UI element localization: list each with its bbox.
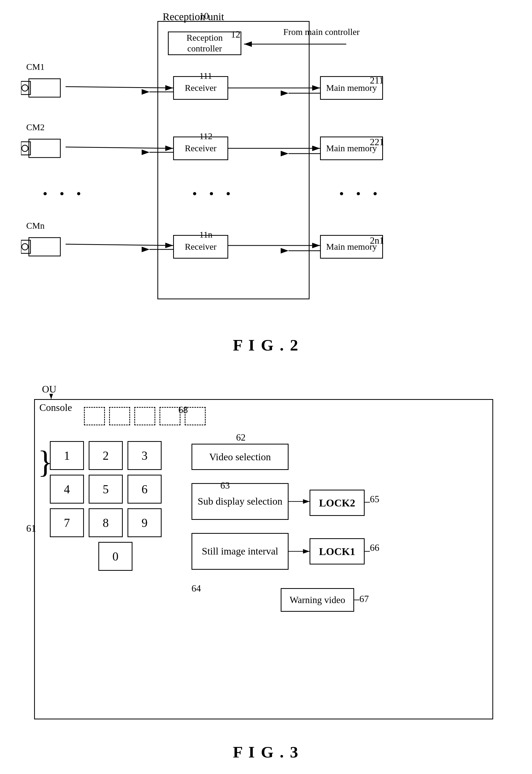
reception-unit-label: Reception unit bbox=[163, 10, 224, 23]
svg-rect-0 bbox=[29, 79, 60, 97]
keypad-row-4: 0 bbox=[69, 542, 162, 571]
dashed-box-2 bbox=[109, 407, 130, 425]
main-memory-211: Main memory bbox=[320, 76, 383, 100]
ou-label: OU bbox=[42, 383, 56, 395]
from-main-controller-label: From main controller bbox=[283, 26, 360, 38]
fig3-diagram: OU Console 68 62 1 2 3 4 5 6 7 8 9 0 bbox=[0, 373, 532, 767]
still-image-interval-box: Still image interval bbox=[191, 533, 289, 570]
reception-controller-label: Reception controller bbox=[169, 33, 241, 54]
receiver-11n: Receiver bbox=[173, 235, 228, 259]
warning-video-box: Warning video bbox=[281, 588, 354, 612]
svg-point-5 bbox=[22, 145, 28, 151]
fig3-label: F I G . 3 bbox=[233, 743, 299, 761]
svg-line-14 bbox=[66, 147, 173, 148]
receiver-dots: ・・・ bbox=[186, 184, 237, 205]
receiver-label-2: Receiver bbox=[185, 143, 217, 153]
ref-66: 66 bbox=[370, 542, 379, 553]
key-0[interactable]: 0 bbox=[98, 542, 132, 571]
cmn-label: CMn bbox=[26, 221, 45, 231]
main-memory-label-2: Main memory bbox=[326, 143, 377, 154]
cm2-label: CM2 bbox=[26, 122, 45, 132]
dashed-box-1 bbox=[84, 407, 105, 425]
key-9[interactable]: 9 bbox=[127, 508, 162, 537]
reception-controller-box: Reception controller bbox=[168, 31, 241, 55]
video-selection-box: Video selection bbox=[191, 444, 289, 470]
numeric-keypad: 1 2 3 4 5 6 7 8 9 0 bbox=[50, 441, 162, 571]
video-selection-label: Video selection bbox=[209, 451, 271, 463]
dashed-box-5 bbox=[185, 407, 206, 425]
key-1[interactable]: 1 bbox=[50, 441, 84, 470]
receiver-111: Receiver bbox=[173, 76, 228, 100]
memory-dots: ・・・ bbox=[333, 184, 384, 205]
key-7[interactable]: 7 bbox=[50, 508, 84, 537]
camera-cm1: CM1 bbox=[21, 73, 63, 101]
svg-rect-3 bbox=[29, 139, 60, 157]
key-5[interactable]: 5 bbox=[89, 475, 123, 503]
lock1-label: LOCK1 bbox=[319, 545, 355, 558]
ref-62: 62 bbox=[236, 432, 246, 443]
receiver-label-n: Receiver bbox=[185, 242, 217, 252]
key-4[interactable]: 4 bbox=[50, 475, 84, 503]
camera-cm2: CM2 bbox=[21, 134, 63, 161]
lock2-box: LOCK2 bbox=[310, 490, 365, 516]
svg-point-2 bbox=[22, 85, 28, 91]
ref-65: 65 bbox=[370, 494, 379, 505]
fig2-diagram: 10 Reception unit 12 Reception controlle… bbox=[0, 5, 532, 357]
key-8[interactable]: 8 bbox=[89, 508, 123, 537]
key-2[interactable]: 2 bbox=[89, 441, 123, 470]
main-memory-2n1: Main memory bbox=[320, 235, 383, 259]
fig2-label: F I G . 2 bbox=[233, 336, 299, 354]
main-memory-label-n: Main memory bbox=[326, 242, 377, 252]
dashed-box-4 bbox=[159, 407, 180, 425]
keypad-row-1: 1 2 3 bbox=[50, 441, 162, 470]
ref-68: 68 bbox=[178, 404, 188, 415]
warning-video-label: Warning video bbox=[290, 595, 345, 606]
ref-67: 67 bbox=[359, 594, 369, 605]
dashed-box-3 bbox=[134, 407, 155, 425]
svg-line-12 bbox=[66, 87, 173, 88]
brace-61: } bbox=[38, 446, 53, 478]
keypad-row-3: 7 8 9 bbox=[50, 508, 162, 537]
receiver-112: Receiver bbox=[173, 136, 228, 160]
main-memory-label-1: Main memory bbox=[326, 83, 377, 93]
svg-line-16 bbox=[66, 244, 173, 246]
sub-display-selection-box: Sub display selection bbox=[191, 483, 289, 520]
cm1-label: CM1 bbox=[26, 62, 45, 72]
console-label: Console bbox=[39, 402, 72, 413]
key-3[interactable]: 3 bbox=[127, 441, 162, 470]
camera-dots: ・・・ bbox=[37, 184, 87, 205]
still-image-interval-label: Still image interval bbox=[202, 545, 278, 558]
ref-64: 64 bbox=[191, 583, 201, 594]
lock2-label: LOCK2 bbox=[319, 497, 355, 509]
keypad-row-2: 4 5 6 bbox=[50, 475, 162, 503]
svg-point-8 bbox=[22, 244, 28, 250]
receiver-label-1: Receiver bbox=[185, 83, 217, 93]
lock1-box: LOCK1 bbox=[310, 538, 365, 564]
ref-61: 61 bbox=[26, 522, 36, 534]
camera-cmn: CMn bbox=[21, 232, 63, 260]
sub-display-selection-label: Sub display selection bbox=[198, 495, 283, 508]
main-memory-221: Main memory bbox=[320, 136, 383, 160]
key-6[interactable]: 6 bbox=[127, 475, 162, 503]
svg-rect-6 bbox=[29, 238, 60, 256]
